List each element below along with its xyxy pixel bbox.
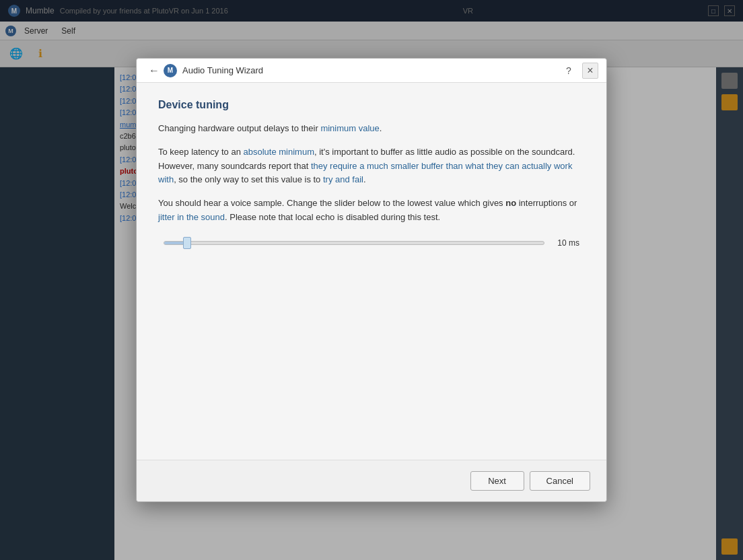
paragraph-2: To keep latency to an absolute minimum, … [158,145,585,187]
cancel-button[interactable]: Cancel [530,471,590,491]
slider-track [164,241,544,245]
dialog-titlebar: ← M Audio Tuning Wizard ? × [137,59,606,83]
slider-value: 10 ms [553,238,579,248]
dialog-overlay: ← M Audio Tuning Wizard ? × Device tunin… [0,0,743,560]
close-dialog-button[interactable]: × [582,63,598,79]
para2-text: To keep latency to an [158,147,243,157]
para1-text: Changing hardware output delays to their [158,123,320,133]
para3-bold: no [505,198,516,208]
slider-row: 10 ms [158,238,585,248]
para1-highlight: minimum value [320,123,379,133]
back-button[interactable]: ← [145,61,164,80]
dialog-footer: Next Cancel [137,460,606,501]
back-icon: ← [149,65,160,77]
para1-period: . [380,123,382,133]
section-title: Device tuning [158,99,585,111]
para3-part3: . Please note that local echo is disable… [225,212,440,222]
dialog-title-area: M Audio Tuning Wizard [164,64,561,77]
dialog-controls: ? × [561,63,598,79]
paragraph-3: You should hear a voice sample. Change t… [158,197,585,225]
dialog-title: Audio Tuning Wizard [182,65,263,75]
para2-period: . [363,174,366,184]
help-button[interactable]: ? [561,63,577,79]
wizard-icon: M [164,64,177,77]
audio-wizard-dialog: ← M Audio Tuning Wizard ? × Device tunin… [136,58,607,502]
para3-part2: interruptions or [516,198,577,208]
para2-highlight1: absolute minimum [243,147,314,157]
mumble-wizard-icon: M [164,64,177,77]
paragraph-1: Changing hardware output delays to their… [158,122,585,136]
next-button[interactable]: Next [470,471,524,491]
close-icon: × [587,65,593,77]
para3-highlight: jitter in the sound [158,212,225,222]
para2-highlight3: try and fail [323,174,363,184]
slider-thumb[interactable] [183,237,191,249]
para3-part1: You should hear a voice sample. Change t… [158,198,505,208]
para2-text3: , so the only way to set this value is t… [174,174,323,184]
help-icon: ? [566,65,571,76]
dialog-body: Device tuning Changing hardware output d… [137,83,606,460]
